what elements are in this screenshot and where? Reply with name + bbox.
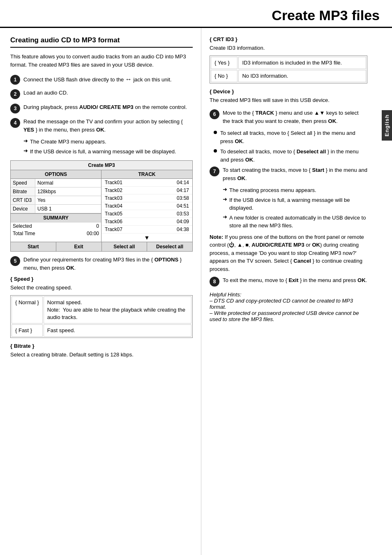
option-value-bitrate: 128kbps <box>35 187 101 196</box>
crt-yes-key: { Yes } <box>211 57 238 69</box>
arrow-icon-1: ➜ <box>23 138 28 144</box>
option-row-speed: Speed Normal <box>11 179 101 187</box>
step-num-4: 4 <box>10 118 20 128</box>
track-row-1: Track0104:14 <box>101 179 192 187</box>
track-time-4: 04:51 <box>177 203 189 209</box>
bullet-text-2: To deselect all tracks, move to { Desele… <box>220 148 367 164</box>
step-num-2: 2 <box>10 89 20 99</box>
step-5-text: Define your requirements for creating MP… <box>23 256 193 272</box>
option-row-crtid3: CRT ID3 Yes <box>11 196 101 205</box>
step-1-text: Connect the USB flash drive directly to … <box>23 74 172 84</box>
track-time-1: 04:14 <box>177 180 189 185</box>
track-name-5: Track05 <box>105 211 122 217</box>
step-3-text: During playback, press AUDIO/ CREATE MP3… <box>23 103 187 111</box>
select-all-button[interactable]: Select all <box>102 242 148 251</box>
deselect-all-button[interactable]: Deselect all <box>147 242 192 251</box>
option-row-device: Device USB 1 <box>11 205 101 213</box>
track-row-5: Track0503:53 <box>101 210 192 218</box>
options-column: OPTIONS Speed Normal Bitrate 128kbps CRT… <box>11 170 101 242</box>
bitrate-desc: Select a creating bitrate. Default setti… <box>10 351 193 359</box>
track-name-3: Track03 <box>105 195 122 201</box>
bitrate-subsection: { Bitrate } Select a creating bitrate. D… <box>10 343 193 359</box>
track-name-1: Track01 <box>105 180 122 185</box>
crt-no-value: No ID3 information. <box>238 70 366 82</box>
section-title: Creating audio CD to MP3 format <box>10 36 193 48</box>
step-6: 6 Move to the { TRACK } menu and use ▲▼ … <box>210 109 367 125</box>
title-bar: Create MP3 files <box>0 0 392 28</box>
option-label-crtid3: CRT ID3 <box>11 196 35 204</box>
track-header: TRACK <box>101 170 192 179</box>
option-value-device: USB 1 <box>35 205 101 213</box>
step-4: 4 Read the message on the TV and confirm… <box>10 118 193 134</box>
create-mp3-table: Create MP3 OPTIONS Speed Normal Bitrate … <box>10 160 193 252</box>
step-4-text: Read the message on the TV and confirm y… <box>23 118 193 134</box>
speed-normal-value: Normal speed.Note: You are able to hear … <box>44 296 191 324</box>
track-row-6: Track0604:09 <box>101 218 192 226</box>
summary-selected-label: Selected <box>13 223 32 229</box>
arrow-icon-7-3: ➜ <box>223 214 227 220</box>
crt-yes-value: ID3 information is included in the MP3 f… <box>238 57 366 69</box>
scroll-down-indicator: ▼ <box>101 234 192 242</box>
bullet-dot-1 <box>214 131 217 134</box>
device-desc: The created MP3 files will save in this … <box>210 96 367 104</box>
helpful-hint-1: – DTS CD and copy-protected CD cannot be… <box>210 298 367 310</box>
arrow-text-2: If the USB device is full, a warning mes… <box>30 148 176 156</box>
track-name-2: Track02 <box>105 187 122 193</box>
options-header: OPTIONS <box>11 170 101 179</box>
create-mp3-cols: OPTIONS Speed Normal Bitrate 128kbps CRT… <box>11 170 192 242</box>
create-mp3-table-title: Create MP3 <box>11 161 192 170</box>
summary-selected: Selected 0 <box>11 222 101 230</box>
arrow-step4-2: ➜ If the USB device is full, a warning m… <box>23 148 193 156</box>
crt-id3-title: { CRT ID3 } <box>210 36 367 42</box>
left-column: Creating audio CD to MP3 format This fea… <box>0 28 201 555</box>
speed-normal-key: { Normal } <box>12 296 43 324</box>
step-8-text: To exit the menu, move to { Exit } in th… <box>223 276 367 284</box>
speed-desc: Select the creating speed. <box>10 284 193 292</box>
track-time-3: 03:58 <box>177 195 189 201</box>
exit-button[interactable]: Exit <box>56 242 102 251</box>
arrow-step7-1: ➜ The creating process menu appears. <box>223 186 367 194</box>
track-time-6: 04:09 <box>177 219 189 224</box>
track-name-7: Track07 <box>105 227 122 232</box>
usb-icon: ↔ <box>125 76 132 83</box>
start-button[interactable]: Start <box>11 242 56 251</box>
track-column: TRACK Track0104:14 Track0204:17 Track030… <box>101 170 192 242</box>
track-time-2: 04:17 <box>177 187 189 193</box>
speed-subsection: { Speed } Select the creating speed. { N… <box>10 276 193 338</box>
device-title: { Device } <box>210 88 367 95</box>
track-time-7: 04:38 <box>177 227 189 232</box>
helpful-hints: Helpful Hints: – DTS CD and copy-protect… <box>210 291 367 322</box>
device-subsection: { Device } The created MP3 files will sa… <box>210 88 367 104</box>
step-num-6: 6 <box>210 109 219 119</box>
speed-fast-row: { Fast } Fast speed. <box>12 324 191 337</box>
bullet-deselect-all: To deselect all tracks, move to { Desele… <box>214 148 367 164</box>
track-row-4: Track0404:51 <box>101 202 192 210</box>
track-row-2: Track0204:17 <box>101 187 192 194</box>
main-wrapper: English Creating audio CD to MP3 format … <box>0 28 392 555</box>
bullet-select-all: To select all tracks, move to { Select a… <box>214 129 367 145</box>
crt-id3-table: { Yes } ID3 information is included in t… <box>210 56 367 83</box>
step-2-text: Load an audio CD. <box>23 89 68 97</box>
crt-id3-desc: Create ID3 information. <box>210 44 367 52</box>
speed-normal-row: { Normal } Normal speed.Note: You are ab… <box>12 296 191 324</box>
speed-fast-key: { Fast } <box>12 324 43 337</box>
step-2: 2 Load an audio CD. <box>10 89 193 99</box>
helpful-hints-title: Helpful Hints: <box>210 291 367 298</box>
track-row-3: Track0303:58 <box>101 194 192 202</box>
summary-totaltime-label: Total Time <box>13 231 35 236</box>
speed-table: { Normal } Normal speed.Note: You are ab… <box>10 295 193 338</box>
summary-selected-value: 0 <box>96 223 99 229</box>
arrow-icon-2: ➜ <box>23 148 28 154</box>
arrow-text-7-1: The creating process menu appears. <box>229 186 316 194</box>
arrow-text-7-2: If the USB device is full, a warning mes… <box>229 196 367 212</box>
button-row: Start Exit Select all Deselect all <box>11 242 192 251</box>
right-column: { CRT ID3 } Create ID3 information. { Ye… <box>201 28 384 555</box>
bullet-text-1: To select all tracks, move to { Select a… <box>220 129 367 145</box>
note-text: Note: If you press one of the buttons on… <box>210 233 367 273</box>
crt-no-row: { No } No ID3 information. <box>211 70 366 82</box>
arrow-icon-7-2: ➜ <box>223 196 227 202</box>
step-7-text: To start creating the tracks, move to { … <box>223 166 367 182</box>
step-7: 7 To start creating the tracks, move to … <box>210 166 367 182</box>
summary-totaltime: Total Time 00:00 <box>11 230 101 237</box>
track-row-7: Track0704:38 <box>101 226 192 234</box>
